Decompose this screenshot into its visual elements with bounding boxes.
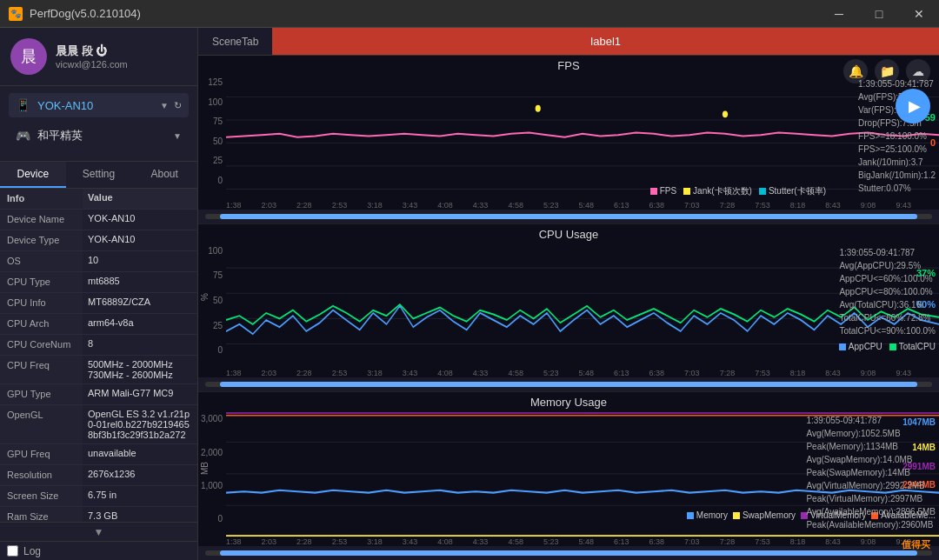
user-info: 晨晨 段 ⏻ vicwxl@126.com	[56, 43, 128, 70]
scroll-down-button[interactable]: ▼	[0, 522, 197, 541]
refresh-icon[interactable]: ↻	[174, 100, 182, 111]
fps-legend-jank-dot	[683, 188, 690, 195]
close-button[interactable]: ✕	[899, 0, 939, 28]
cpu-yaxis-label: %	[200, 293, 210, 301]
svg-point-5	[536, 105, 541, 112]
user-email: vicwxl@126.com	[56, 59, 128, 70]
maximize-button[interactable]: □	[859, 0, 899, 28]
cpu-canvas: 1:39:055-09:41:787 Avg(AppCPU):29.5% App…	[226, 243, 939, 370]
fps-scrollbar[interactable]	[198, 210, 939, 223]
fps-scrollbar-thumb[interactable]	[220, 214, 918, 219]
info-col-header: Info	[0, 189, 83, 209]
fps-legend-stutter-label: Stutter(卡顿率)	[769, 185, 826, 197]
game-dropdown[interactable]: 🎮 和平精英 ▼	[9, 123, 189, 149]
info-key: Screen Size	[0, 486, 83, 506]
game-chevron-icon: ▼	[173, 131, 182, 141]
minimize-button[interactable]: ─	[819, 0, 859, 28]
play-button[interactable]: ▶	[896, 89, 930, 123]
cpu-chart-body: 100 75 50 25 0 %	[198, 243, 939, 370]
info-key: CPU Arch	[0, 314, 83, 334]
mem-chart-body: 3,000 2,000 1,000 0 MB	[198, 410, 939, 537]
info-key: CPU CoreNum	[0, 335, 83, 355]
fps-legend-fps-dot	[650, 188, 657, 195]
tab-about[interactable]: About	[131, 162, 197, 188]
info-key: CPU Info	[0, 293, 83, 313]
info-key: OpenGL	[0, 405, 83, 443]
fps-chart-body: 125 100 75 50 25 0	[198, 74, 939, 201]
titlebar: 🐾 PerfDog(v5.0.210104) ─ □ ✕	[0, 0, 939, 28]
mem-legend-swap-dot	[733, 512, 740, 519]
cpu-scrollbar[interactable]	[198, 377, 939, 391]
mem-xaxis: 1:382:032:282:533:183:434:084:334:585:23…	[198, 537, 939, 546]
mem-legend-mem-label: Memory	[696, 510, 728, 520]
device-selector: 📱 YOK-AN10 ▼ ↻ 🎮 和平精英 ▼	[0, 86, 197, 162]
info-val: 6.75 in	[83, 486, 197, 506]
cloud-icon[interactable]: ☁	[906, 59, 930, 83]
info-table: Info Value Device NameYOK-AN10Device Typ…	[0, 189, 197, 522]
info-key: Ram Size	[0, 507, 83, 522]
content-area: 🔔 📁 ☁ ▶ SceneTab label1 FPS 125 100 75	[198, 28, 939, 560]
charts-area: FPS 125 100 75 50 25 0	[198, 56, 939, 560]
chevron-down-icon: ▼	[160, 101, 169, 110]
info-key: GPU Type	[0, 384, 83, 404]
folder-icon[interactable]: 📁	[875, 59, 899, 83]
play-icon: ▶	[909, 97, 921, 116]
info-val: 8	[83, 335, 197, 355]
mem-yaxis-label: MB	[200, 462, 210, 475]
game-icon: 🎮	[16, 129, 30, 143]
avatar: 晨	[10, 38, 47, 75]
fps-scrollbar-track[interactable]	[205, 214, 932, 219]
scene-tab: SceneTab label1	[198, 28, 939, 56]
table-row: CPU Typemt6885	[0, 272, 197, 293]
mem-scrollbar[interactable]	[198, 546, 939, 560]
info-val: unavailable	[83, 444, 197, 464]
table-row: GPU TypeARM Mali-G77 MC9	[0, 384, 197, 405]
table-row: CPU InfoMT6889Z/CZA	[0, 293, 197, 314]
info-val: 10	[83, 251, 197, 271]
mem-legend-mem-dot	[687, 512, 694, 519]
mem-scrollbar-track[interactable]	[205, 550, 932, 556]
cpu-scrollbar-thumb[interactable]	[220, 382, 918, 387]
device-icon: 📱	[16, 98, 30, 112]
cpu-legend-total-dot	[889, 343, 896, 350]
table-row: OS10	[0, 251, 197, 272]
watermark: 值得买	[902, 538, 930, 551]
mem-scrollbar-thumb[interactable]	[220, 550, 918, 556]
sidebar: 晨 晨晨 段 ⏻ vicwxl@126.com 📱 YOK-AN10 ▼ ↻ 🎮…	[0, 28, 198, 560]
cpu-chart-section: CPU Usage 100 75 50 25 0 %	[198, 224, 939, 393]
info-key: GPU Freq	[0, 444, 83, 464]
info-key: CPU Type	[0, 272, 83, 292]
table-row: CPU CoreNum8	[0, 335, 197, 356]
cpu-svg	[226, 243, 939, 370]
log-checkbox[interactable]	[7, 545, 18, 557]
table-row: CPU Archarm64-v8a	[0, 314, 197, 335]
fps-yaxis: 125 100 75 50 25 0	[198, 74, 226, 201]
device-dropdown[interactable]: 📱 YOK-AN10 ▼ ↻	[9, 93, 189, 117]
table-row: Device TypeYOK-AN10	[0, 230, 197, 251]
fps-canvas: 1:39:055-09:41:787 Avg(FPS):59.3 Var(FPS…	[226, 74, 939, 201]
info-val: 2676x1236	[83, 465, 197, 485]
info-key: CPU Freq	[0, 356, 83, 383]
mem-canvas: 1:39:055-09:41:787 Avg(Memory):1052.5MB …	[226, 410, 939, 537]
info-val: 7.3 GB	[83, 507, 197, 522]
tab-device[interactable]: Device	[0, 162, 66, 188]
info-val: OpenGL ES 3.2 v1.r21p0-01rel0.b227b92194…	[83, 405, 197, 443]
table-row: OpenGLOpenGL ES 3.2 v1.r21p0-01rel0.b227…	[0, 405, 197, 444]
app-title: PerfDog(v5.0.210104)	[30, 7, 141, 20]
cpu-legend: AppCPU TotalCPU	[839, 342, 936, 353]
fps-svg	[226, 74, 939, 201]
info-val: ARM Mali-G77 MC9	[83, 384, 197, 404]
notification-icon[interactable]: 🔔	[843, 59, 868, 83]
label1-tab[interactable]: label1	[272, 28, 939, 55]
mem-chart-title: Memory Usage	[198, 392, 939, 410]
table-row: Device NameYOK-AN10	[0, 210, 197, 230]
scene-tab-label[interactable]: SceneTab	[198, 36, 272, 48]
table-row: Resolution2676x1236	[0, 465, 197, 486]
game-name: 和平精英	[37, 128, 173, 143]
sidebar-tabs: Device Setting About	[0, 162, 197, 189]
fps-chart-title: FPS	[198, 56, 939, 74]
fps-legend-jank-label: Jank(卡顿次数)	[693, 185, 752, 197]
tab-setting[interactable]: Setting	[66, 162, 132, 188]
cpu-scrollbar-track[interactable]	[205, 382, 932, 387]
info-val: mt6885	[83, 272, 197, 292]
